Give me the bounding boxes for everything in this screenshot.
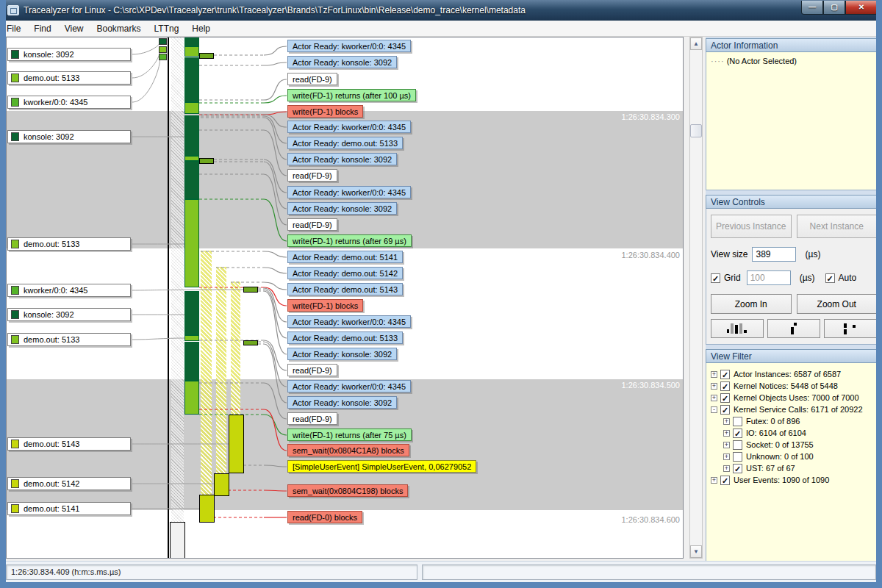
scroll-down-arrow[interactable]: ▼ (690, 545, 702, 558)
event-label-ready[interactable]: Actor Ready: konsole: 3092 (287, 153, 397, 165)
execution-segment[interactable] (184, 46, 199, 57)
grid-size-input[interactable] (747, 270, 791, 285)
zoom-in-button[interactable]: Zoom In (711, 294, 792, 314)
event-label-ready[interactable]: Actor Ready: kworker/0:0: 4345 (287, 121, 411, 133)
event-label-blocks[interactable]: read(FD-0) blocks (287, 511, 362, 523)
menu-item-lttng[interactable]: LTTng (148, 21, 186, 36)
actor-label[interactable]: demo.out: 5133 (7, 333, 131, 346)
actor-label[interactable]: demo.out: 5133 (7, 237, 131, 251)
vertical-scrollbar[interactable]: ▲ ▼ (689, 37, 703, 559)
event-label-read[interactable]: read(FD-9) (287, 73, 337, 85)
fragment-bar[interactable] (199, 158, 214, 164)
actor-label[interactable]: demo.out: 5141 (7, 502, 131, 515)
execution-segment[interactable] (184, 156, 199, 161)
menu-item-bookmarks[interactable]: Bookmarks (90, 21, 147, 36)
execution-segment[interactable] (184, 161, 199, 199)
view-mode-compact-button[interactable] (767, 319, 820, 338)
execution-segment[interactable] (184, 342, 199, 381)
filter-tree-row[interactable]: +✓IO: 6104 of 6104 (709, 427, 878, 439)
event-label-returns[interactable]: write(FD-1) returns (after 100 µs) (287, 89, 416, 101)
actor-label[interactable]: demo.out: 5143 (7, 437, 131, 451)
filter-checkbox[interactable]: ✓ (720, 381, 730, 391)
execution-run-bar[interactable] (199, 495, 215, 523)
event-label-ready[interactable]: Actor Ready: demo.out: 5133 (287, 331, 403, 344)
filter-tree-row[interactable]: +Socket: 0 of 13755 (709, 439, 878, 451)
filter-checkbox[interactable] (733, 452, 742, 462)
previous-instance-button[interactable]: Previous Instance (711, 215, 792, 238)
event-label-returns[interactable]: write(FD-1) returns (after 69 µs) (287, 234, 412, 247)
actor-label[interactable]: konsole: 3092 (7, 48, 131, 61)
filter-checkbox[interactable]: ✓ (733, 429, 742, 438)
next-instance-button[interactable]: Next Instance (797, 215, 878, 238)
fragment-bar[interactable] (199, 53, 214, 59)
event-label-read[interactable]: read(FD-9) (287, 412, 337, 425)
event-label-blocks[interactable]: write(FD-1) blocks (287, 299, 363, 312)
zoom-out-button[interactable]: Zoom Out (797, 294, 878, 314)
menu-item-find[interactable]: Find (27, 21, 57, 36)
event-label-ready[interactable]: Actor Ready: konsole: 3092 (287, 202, 397, 215)
view-mode-single-button[interactable] (824, 319, 877, 338)
execution-segment[interactable] (184, 291, 199, 335)
filter-checkbox[interactable]: ✓ (720, 405, 730, 415)
trace-view[interactable]: konsole: 3092demo.out: 5133kworker/0:0: … (6, 37, 684, 559)
filter-checkbox[interactable]: ✓ (720, 370, 730, 379)
scroll-up-arrow[interactable]: ▲ (690, 37, 702, 50)
actor-label[interactable]: demo.out: 5142 (7, 477, 131, 490)
event-label-blocks[interactable]: sem_wait(0x0804C1A8) blocks (287, 444, 409, 456)
event-label-ready[interactable]: Actor Ready: kworker/0:0: 4345 (287, 315, 411, 328)
collapse-icon[interactable]: - (711, 406, 717, 413)
expand-icon[interactable]: + (723, 418, 730, 425)
event-label-ready[interactable]: Actor Ready: konsole: 3092 (287, 396, 397, 409)
filter-tree-row[interactable]: +✓Kernel Notices: 5448 of 5448 (709, 380, 878, 392)
view-size-input[interactable] (752, 247, 796, 262)
expand-icon[interactable]: + (711, 383, 717, 390)
actor-label[interactable]: kworker/0:0: 4345 (7, 284, 131, 297)
execution-run-bar[interactable] (170, 522, 185, 559)
event-label-ready[interactable]: Actor Ready: demo.out: 5133 (287, 137, 403, 149)
execution-segment[interactable] (184, 335, 199, 341)
filter-tree-row[interactable]: +Unknown: 0 of 100 (709, 451, 878, 462)
event-label-ready[interactable]: Actor Ready: demo.out: 5142 (287, 267, 403, 279)
menu-item-file[interactable]: File (0, 21, 27, 36)
expand-icon[interactable]: + (723, 430, 730, 437)
expand-icon[interactable]: + (723, 453, 730, 460)
event-label-ready[interactable]: Actor Ready: kworker/0:0: 4345 (287, 40, 411, 52)
filter-checkbox[interactable]: ✓ (720, 393, 730, 403)
event-label-ready[interactable]: Actor Ready: demo.out: 5143 (287, 283, 403, 295)
expand-icon[interactable]: + (711, 371, 717, 378)
filter-checkbox[interactable]: ✓ (720, 476, 730, 485)
filter-checkbox[interactable]: ✓ (733, 464, 742, 473)
event-label-ready[interactable]: Actor Ready: kworker/0:0: 4345 (287, 186, 411, 198)
auto-checkbox[interactable]: ✓ (825, 273, 835, 283)
maximize-button[interactable]: ▢ (823, 1, 845, 15)
event-label-ready[interactable]: Actor Ready: demo.out: 5141 (287, 251, 403, 263)
expand-icon[interactable]: + (723, 465, 730, 472)
scrollbar-thumb[interactable] (690, 124, 702, 137)
filter-tree-row[interactable]: +✓Actor Instances: 6587 of 6587 (709, 368, 878, 380)
event-label-user[interactable]: [SimpleUserEvent] SimpleUserEvent, 0,062… (287, 460, 476, 473)
filter-checkbox[interactable] (733, 417, 742, 426)
fragment-bar[interactable] (243, 340, 258, 345)
event-label-ready[interactable]: Actor Ready: konsole: 3092 (287, 348, 397, 360)
close-button[interactable]: ✕ (845, 1, 878, 15)
menu-item-view[interactable]: View (58, 21, 90, 36)
view-mode-detailed-button[interactable] (711, 319, 764, 338)
event-label-blocks[interactable]: write(FD-1) blocks (287, 105, 363, 118)
actor-label[interactable]: konsole: 3092 (7, 130, 131, 143)
event-label-returns[interactable]: write(FD-1) returns (after 75 µs) (287, 429, 412, 441)
event-label-read[interactable]: read(FD-9) (287, 364, 337, 376)
actor-label[interactable]: demo.out: 5133 (7, 71, 131, 85)
execution-segment[interactable] (184, 57, 199, 102)
execution-segment[interactable] (184, 102, 199, 114)
fragment-bar[interactable] (243, 287, 258, 293)
event-label-ready[interactable]: Actor Ready: kworker/0:0: 4345 (287, 380, 411, 392)
event-label-read[interactable]: read(FD-9) (287, 169, 337, 182)
filter-tree-row[interactable]: +Futex: 0 of 896 (709, 415, 878, 427)
expand-icon[interactable]: + (711, 477, 717, 484)
expand-icon[interactable]: + (711, 395, 717, 401)
filter-tree-row[interactable]: -✓Kernel Service Calls: 6171 of 20922 (709, 404, 878, 415)
event-label-ready[interactable]: Actor Ready: konsole: 3092 (287, 56, 397, 68)
filter-tree-row[interactable]: +✓Kernel Objects Uses: 7000 of 7000 (709, 392, 878, 404)
filter-tree-row[interactable]: +✓User Events: 1090 of 1090 (709, 474, 878, 486)
filter-checkbox[interactable] (733, 440, 742, 450)
